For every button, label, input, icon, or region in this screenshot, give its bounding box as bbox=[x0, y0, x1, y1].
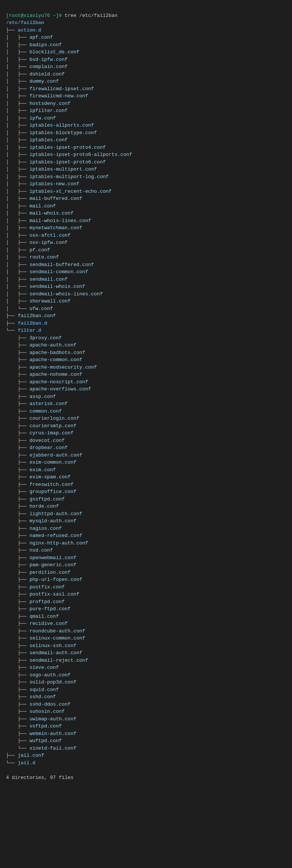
tree-line-51: ├── assp.conf bbox=[6, 394, 56, 399]
tree-line-30: │ ├── osx-ipfw.conf bbox=[6, 240, 68, 245]
terminal: [root@xiaolyu76 ~]# tree /etc/fail2ban /… bbox=[6, 5, 286, 781]
tree-line-73: ├── openwebmail.conf bbox=[6, 555, 76, 561]
tree-line-37: │ ├── sendmail-whois-lines.conf bbox=[6, 291, 103, 297]
tree-line-13: │ ├── ipfw.conf bbox=[6, 115, 56, 121]
tree-line-14: │ ├── iptables-allports.conf bbox=[6, 122, 94, 128]
tree-line-80: ├── pure-ftpd.conf bbox=[6, 606, 71, 612]
tree-line-75: ├── perdition.conf bbox=[6, 570, 71, 575]
tree-line-61: ├── exim.conf bbox=[6, 467, 56, 473]
tree-line-78: ├── postfix-sasl.conf bbox=[6, 591, 79, 597]
tree-line-97: ├── webmin-auth.conf bbox=[6, 731, 76, 736]
tree-line-101: └── jail.d bbox=[6, 760, 35, 766]
tree-line-98: ├── wuftpd.conf bbox=[6, 738, 62, 744]
tree-line-66: ├── horde.conf bbox=[6, 504, 59, 509]
tree-line-86: ├── sendmail-auth.conf bbox=[6, 650, 82, 656]
tree-line-74: ├── pam-generic.conf bbox=[6, 562, 76, 568]
tree-line-24: │ ├── mail-buffered.conf bbox=[6, 196, 82, 201]
tree-line-47: ├── apache-modsecurity.conf bbox=[6, 364, 97, 370]
tree-line-79: ├── proftpd.conf bbox=[6, 599, 65, 605]
tree-line-40: ├── fail2ban.conf bbox=[6, 313, 56, 319]
tree-line-68: ├── mysqld-auth.conf bbox=[6, 518, 76, 524]
tree-line-62: ├── exim-spam.conf bbox=[6, 474, 71, 480]
tree-line-27: │ ├── mail-whois-lines.conf bbox=[6, 218, 91, 224]
prompt: [root@xiaolyu76 ~]# bbox=[6, 13, 65, 18]
tree-line-26: │ ├── mail-whois.conf bbox=[6, 210, 73, 216]
tree-line-76: ├── php-url-fopen.conf bbox=[6, 577, 82, 582]
tree-line-87: ├── sendmail-reject.conf bbox=[6, 658, 88, 663]
tree-line-81: ├── qmail.conf bbox=[6, 614, 59, 619]
tree-line-64: ├── groupoffice.conf bbox=[6, 489, 76, 494]
tree-line-45: ├── apache-badbots.conf bbox=[6, 350, 85, 355]
tree-line-69: ├── nagios.conf bbox=[6, 526, 62, 531]
tree-line-44: ├── apache-auth.conf bbox=[6, 342, 76, 348]
tree-line-91: ├── squid.conf bbox=[6, 687, 59, 693]
tree-line-12: │ ├── ipfilter.conf bbox=[6, 108, 68, 113]
tree-line-1: ├── action.d bbox=[6, 27, 41, 33]
tree-line-3: │ ├── badips.conf bbox=[6, 42, 62, 48]
tree-line-92: ├── sshd.conf bbox=[6, 694, 56, 700]
tree-line-17: │ ├── iptables-ipset-proto4.conf bbox=[6, 145, 106, 150]
tree-line-48: ├── apache-nohome.conf bbox=[6, 372, 82, 377]
tree-line-39: │ └── ufw.conf bbox=[6, 306, 53, 312]
tree-line-38: │ ├── shorewall.conf bbox=[6, 298, 71, 304]
tree-line-93: ├── sshd-ddos.conf bbox=[6, 702, 71, 707]
tree-line-49: ├── apache-noscript.conf bbox=[6, 379, 88, 385]
tree-line-22: │ ├── iptables-new.conf bbox=[6, 181, 79, 187]
command: tree /etc/fail2ban bbox=[65, 13, 117, 18]
tree-line-29: │ ├── osx-afctl.conf bbox=[6, 233, 71, 238]
tree-line-52: ├── asterisk.conf bbox=[6, 401, 68, 407]
tree-line-11: │ ├── hostsdeny.conf bbox=[6, 101, 71, 106]
tree-line-85: ├── selinux-ssh.conf bbox=[6, 643, 76, 649]
summary: 4 directories, 97 files bbox=[6, 775, 73, 780]
tree-line-35: │ ├── sendmail.conf bbox=[6, 277, 68, 282]
tree-line-77: ├── postfix.conf bbox=[6, 584, 65, 590]
tree-line-56: ├── cyrus-imap.conf bbox=[6, 430, 73, 436]
tree-line-89: ├── sogo-auth.conf bbox=[6, 672, 71, 678]
tree-line-63: ├── freeswitch.conf bbox=[6, 482, 73, 487]
tree-line-94: ├── suhosin.conf bbox=[6, 709, 65, 714]
tree-line-19: │ ├── iptables-ipset-proto6.conf bbox=[6, 159, 106, 165]
tree-line-9: │ ├── firewallcmd-ipset.conf bbox=[6, 86, 94, 92]
tree-line-57: ├── dovecot.conf bbox=[6, 438, 65, 443]
tree-line-54: ├── courierlogin.conf bbox=[6, 416, 79, 421]
tree-line-43: ├── 3proxy.conf bbox=[6, 335, 62, 341]
tree-line-60: ├── exim-common.conf bbox=[6, 460, 76, 465]
tree-line-71: ├── nginx-http-auth.conf bbox=[6, 540, 88, 546]
tree-line-33: │ ├── sendmail-buffered.conf bbox=[6, 262, 94, 268]
tree-line-18: │ ├── iptables-ipset-proto6-allports.con… bbox=[6, 152, 132, 157]
tree-line-23: │ ├── iptables-xt_recent-echo.conf bbox=[6, 189, 112, 194]
tree-line-65: ├── gssftpd.conf bbox=[6, 496, 65, 502]
tree-line-20: │ ├── iptables-multiport.conf bbox=[6, 166, 97, 172]
tree-line-83: ├── roundcube-auth.conf bbox=[6, 628, 85, 634]
tree-line-99: └── xinetd-fail.conf bbox=[6, 746, 76, 751]
tree-line-46: ├── apache-common.conf bbox=[6, 357, 82, 363]
tree-line-10: │ ├── firewallcmd-new.conf bbox=[6, 93, 88, 99]
tree-line-90: ├── solid-pop3d.conf bbox=[6, 679, 76, 685]
tree-line-31: │ ├── pf.conf bbox=[6, 247, 50, 253]
tree-line-28: │ ├── mynetwatchman.conf bbox=[6, 225, 82, 231]
tree-line-34: │ ├── sendmail-common.conf bbox=[6, 269, 88, 275]
tree-line-58: ├── dropbear.conf bbox=[6, 445, 68, 451]
tree-line-41: ├── fail2ban.d bbox=[6, 321, 47, 326]
tree-line-50: ├── apache-overflows.conf bbox=[6, 386, 91, 392]
tree-line-7: │ ├── dshield.conf bbox=[6, 71, 65, 77]
tree-line-53: ├── common.conf bbox=[6, 408, 62, 414]
tree-line-36: │ ├── sendmail-whois.conf bbox=[6, 284, 85, 289]
tree-line-88: ├── sieve.conf bbox=[6, 665, 59, 670]
tree-line-15: │ ├── iptables-blocktype.conf bbox=[6, 130, 97, 136]
tree-line-72: ├── nsd.conf bbox=[6, 547, 53, 553]
tree-line-84: ├── selinux-common.conf bbox=[6, 635, 85, 641]
tree-line-5: │ ├── bsd-ipfw.conf bbox=[6, 57, 68, 62]
tree-line-32: │ ├── route.conf bbox=[6, 254, 59, 260]
tree-line-55: ├── couriersmtp.conf bbox=[6, 423, 76, 429]
tree-line-82: ├── recidive.conf bbox=[6, 621, 68, 626]
tree-line-95: ├── uwimap-auth.conf bbox=[6, 716, 76, 722]
tree-line-96: ├── vsftpd.conf bbox=[6, 723, 62, 729]
tree-line-100: ├── jail.conf bbox=[6, 753, 44, 758]
tree-line-70: ├── named-refused.conf bbox=[6, 533, 82, 538]
tree-line-25: │ ├── mail.conf bbox=[6, 203, 56, 209]
tree-line-6: │ ├── complain.conf bbox=[6, 64, 68, 70]
tree-line-4: │ ├── blocklist_de.conf bbox=[6, 49, 79, 55]
root-dir: /etc/fail2ban bbox=[6, 20, 44, 26]
tree-line-2: │ ├── apf.conf bbox=[6, 35, 53, 40]
